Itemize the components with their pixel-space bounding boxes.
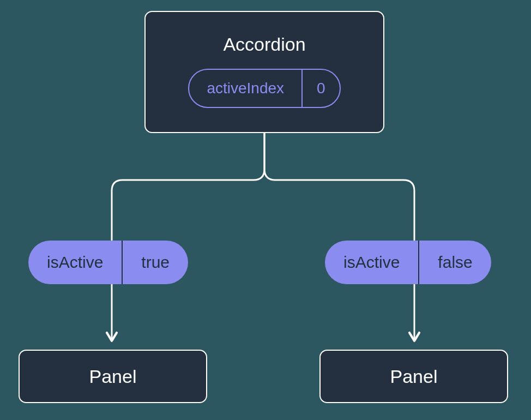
diagram-stage: Accordion activeIndex 0 isActive true is… (0, 0, 531, 420)
prop-value-right: false (418, 241, 491, 284)
state-label: activeIndex (189, 70, 301, 107)
panel-label-right: Panel (390, 366, 438, 387)
prop-value-left: true (122, 241, 188, 284)
state-pill-activeindex: activeIndex 0 (188, 69, 340, 108)
prop-pill-left: isActive true (28, 241, 188, 284)
accordion-node: Accordion activeIndex 0 (144, 11, 384, 133)
panel-node-left: Panel (19, 350, 207, 403)
prop-label-left: isActive (28, 241, 122, 284)
prop-pill-right: isActive false (325, 241, 491, 284)
panel-node-right: Panel (319, 350, 508, 403)
prop-label-right: isActive (325, 241, 418, 284)
panel-label-left: Panel (89, 366, 137, 387)
state-value: 0 (301, 70, 340, 107)
accordion-title: Accordion (223, 34, 305, 55)
